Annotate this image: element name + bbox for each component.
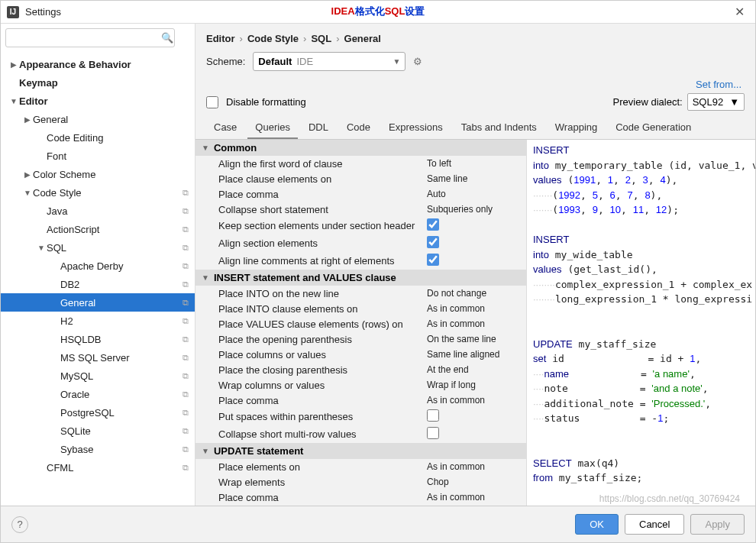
- tree-item[interactable]: General⧉: [1, 293, 195, 312]
- section-header[interactable]: ▼UPDATE statement: [195, 443, 526, 459]
- close-icon[interactable]: ✕: [730, 5, 749, 19]
- window-title: Settings: [25, 6, 61, 18]
- app-icon: IJ: [7, 6, 19, 18]
- tree-item[interactable]: SQLite⧉: [1, 422, 195, 440]
- tab[interactable]: Tabs and Indents: [454, 117, 544, 139]
- option-checkbox[interactable]: [427, 427, 439, 439]
- option-label: Place clause elements on: [218, 173, 427, 185]
- disable-formatting-label: Disable formatting: [226, 96, 306, 108]
- option-value[interactable]: As in common: [427, 303, 526, 314]
- tree-item[interactable]: Font: [1, 147, 195, 165]
- option-row[interactable]: Place commaAuto: [195, 186, 526, 202]
- option-label: Put spaces within parentheses: [218, 411, 427, 422]
- option-value[interactable]: On the same line: [427, 334, 526, 344]
- tree-item[interactable]: Oracle⧉: [1, 385, 195, 403]
- option-row[interactable]: Place columns or valuesSame line aligned: [195, 347, 526, 362]
- search-input[interactable]: [5, 28, 175, 47]
- option-row[interactable]: Place clause elements onSame line: [195, 171, 526, 186]
- option-value[interactable]: Chop: [427, 477, 526, 487]
- option-value[interactable]: Do not change: [427, 288, 526, 299]
- dialect-label: Preview dialect:: [613, 96, 683, 108]
- tab[interactable]: DDL: [301, 117, 336, 139]
- option-row[interactable]: Place commaAs in common: [195, 490, 526, 505]
- option-value[interactable]: As in common: [427, 461, 526, 472]
- tree-item[interactable]: ▶General: [1, 110, 195, 128]
- tab[interactable]: Expressions: [381, 117, 451, 139]
- option-checkbox[interactable]: [427, 218, 439, 231]
- tree-item[interactable]: DB2⧉: [1, 275, 195, 293]
- option-value[interactable]: Same line aligned: [427, 349, 526, 360]
- tree-item[interactable]: ▼Code Style⧉: [1, 183, 195, 202]
- tree-item[interactable]: Sybase⧉: [1, 440, 195, 458]
- tree-item[interactable]: HSQLDB⧉: [1, 330, 195, 348]
- tree-item[interactable]: CFML⧉: [1, 458, 195, 477]
- tab[interactable]: Queries: [247, 117, 298, 139]
- settings-tree[interactable]: ▶Appearance & BehaviorKeymap▼Editor▶Gene…: [1, 52, 195, 506]
- tree-item[interactable]: Apache Derby⧉: [1, 257, 195, 275]
- breadcrumb: Editor›Code Style›SQL›General: [195, 24, 755, 49]
- option-row[interactable]: Align section elements: [195, 234, 526, 252]
- option-row[interactable]: Put spaces within parentheses: [195, 408, 526, 425]
- apply-button[interactable]: Apply: [690, 514, 745, 535]
- option-value[interactable]: At the end: [427, 364, 526, 375]
- scheme-select[interactable]: Default IDE ▼: [253, 52, 405, 71]
- option-row[interactable]: Place INTO on the new lineDo not change: [195, 286, 526, 301]
- tab[interactable]: Code: [339, 117, 378, 139]
- help-button[interactable]: ?: [11, 516, 28, 533]
- option-checkbox[interactable]: [427, 409, 439, 422]
- search-row: 🔍: [1, 24, 195, 52]
- tree-item[interactable]: PostgreSQL⧉: [1, 403, 195, 422]
- tree-item[interactable]: H2⧉: [1, 312, 195, 330]
- chevron-down-icon: ▼: [729, 96, 739, 108]
- ok-button[interactable]: OK: [575, 514, 619, 535]
- option-checkbox[interactable]: [427, 254, 439, 266]
- option-value[interactable]: Subqueries only: [427, 204, 526, 215]
- options-panel[interactable]: ▼CommonAlign the first word of clauseTo …: [195, 140, 527, 506]
- dialect-select[interactable]: SQL92▼: [687, 93, 745, 111]
- tree-item[interactable]: Java⧉: [1, 202, 195, 220]
- option-row[interactable]: Place the opening parenthesisOn the same…: [195, 331, 526, 347]
- option-value[interactable]: Auto: [427, 189, 526, 199]
- option-value[interactable]: To left: [427, 158, 526, 169]
- option-label: Wrap elements: [218, 477, 427, 488]
- set-from-link[interactable]: Set from...: [696, 79, 741, 90]
- option-row[interactable]: Align line comments at right of elements: [195, 252, 526, 270]
- option-row[interactable]: Place commaAs in common: [195, 393, 526, 408]
- tree-item[interactable]: ▶Appearance & Behavior: [1, 55, 195, 73]
- tree-item[interactable]: ▶Color Scheme: [1, 165, 195, 183]
- tab[interactable]: Wrapping: [548, 117, 605, 139]
- option-checkbox[interactable]: [427, 236, 439, 248]
- option-value[interactable]: As in common: [427, 492, 526, 503]
- option-label: Place elements on: [218, 461, 427, 473]
- tree-item[interactable]: MySQL⧉: [1, 367, 195, 385]
- tree-item[interactable]: Keymap: [1, 73, 195, 92]
- tree-item[interactable]: ▼SQL⧉: [1, 238, 195, 257]
- option-row[interactable]: Place INTO clause elements onAs in commo…: [195, 301, 526, 316]
- option-row[interactable]: Place VALUES clause elements (rows) onAs…: [195, 316, 526, 331]
- option-row[interactable]: Wrap columns or valuesWrap if long: [195, 377, 526, 393]
- section-header[interactable]: ▼INSERT statement and VALUES clause: [195, 270, 526, 286]
- tree-item[interactable]: Code Editing: [1, 128, 195, 147]
- option-row[interactable]: Wrap elementsChop: [195, 474, 526, 490]
- option-value[interactable]: Wrap if long: [427, 380, 526, 390]
- option-row[interactable]: Collapse short multi-row values: [195, 425, 526, 443]
- option-value[interactable]: Same line: [427, 173, 526, 184]
- tab[interactable]: Code Generation: [608, 117, 699, 139]
- tab[interactable]: Case: [206, 117, 244, 139]
- option-label: Place the opening parenthesis: [218, 334, 427, 345]
- cancel-button[interactable]: Cancel: [625, 514, 684, 535]
- chevron-down-icon: ▼: [393, 57, 400, 66]
- option-row[interactable]: Collapse short statementSubqueries only: [195, 202, 526, 217]
- tree-item[interactable]: MS SQL Server⧉: [1, 348, 195, 367]
- option-row[interactable]: Keep section elements under section head…: [195, 217, 526, 234]
- option-row[interactable]: Place elements onAs in common: [195, 459, 526, 474]
- tree-item[interactable]: ActionScript⧉: [1, 220, 195, 238]
- option-value[interactable]: As in common: [427, 318, 526, 329]
- tree-item[interactable]: ▼Editor: [1, 92, 195, 110]
- section-header[interactable]: ▼Common: [195, 140, 526, 156]
- option-row[interactable]: Align the first word of clauseTo left: [195, 156, 526, 171]
- option-row[interactable]: Place the closing parenthesisAt the end: [195, 362, 526, 377]
- disable-formatting-checkbox[interactable]: [206, 96, 218, 108]
- option-value[interactable]: As in common: [427, 395, 526, 406]
- gear-icon[interactable]: ⚙: [413, 56, 422, 67]
